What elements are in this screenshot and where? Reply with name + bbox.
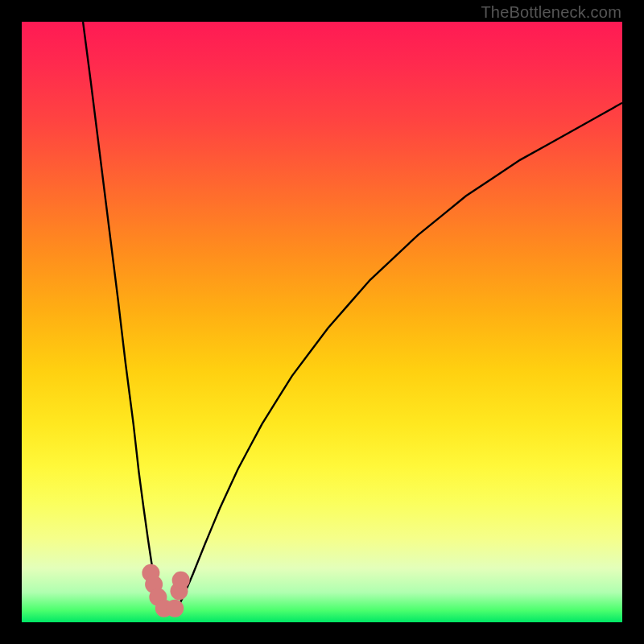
chart-frame: TheBottleneck.com xyxy=(0,0,644,644)
points-layer xyxy=(22,22,622,622)
data-point xyxy=(166,600,184,617)
attribution-text: TheBottleneck.com xyxy=(481,3,621,22)
data-point xyxy=(172,572,190,589)
plot-area xyxy=(22,22,622,622)
